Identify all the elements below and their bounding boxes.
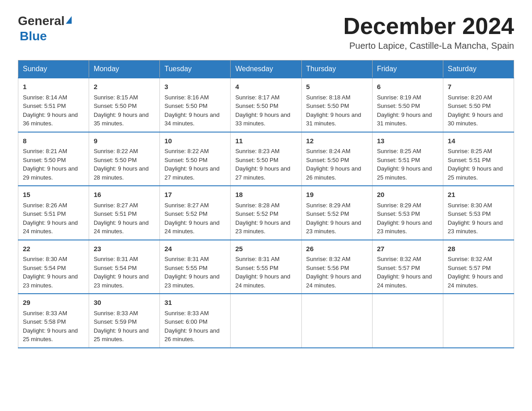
day-sunrise: Sunrise: 8:28 AMSunset: 5:52 PMDaylight:… [235, 202, 290, 235]
calendar-cell: 9 Sunrise: 8:22 AMSunset: 5:50 PMDayligh… [89, 132, 160, 186]
day-number: 12 [306, 136, 368, 146]
day-sunrise: Sunrise: 8:22 AMSunset: 5:50 PMDaylight:… [164, 148, 219, 181]
day-sunrise: Sunrise: 8:21 AMSunset: 5:50 PMDaylight:… [23, 148, 78, 181]
header-saturday: Saturday [443, 60, 514, 78]
calendar-cell: 5 Sunrise: 8:18 AMSunset: 5:50 PMDayligh… [301, 78, 372, 132]
day-number: 13 [377, 136, 438, 146]
month-title: December 2024 [343, 13, 514, 39]
day-sunrise: Sunrise: 8:30 AMSunset: 5:53 PMDaylight:… [448, 202, 503, 235]
day-number: 28 [448, 244, 509, 254]
day-sunrise: Sunrise: 8:14 AMSunset: 5:51 PMDaylight:… [23, 94, 78, 127]
header-monday: Monday [89, 60, 160, 78]
calendar-cell: 10 Sunrise: 8:22 AMSunset: 5:50 PMDaylig… [160, 132, 231, 186]
day-sunrise: Sunrise: 8:19 AMSunset: 5:50 PMDaylight:… [377, 94, 432, 127]
location-text: Puerto Lapice, Castille-La Mancha, Spain [343, 41, 514, 51]
day-sunrise: Sunrise: 8:17 AMSunset: 5:50 PMDaylight:… [235, 94, 290, 127]
calendar-cell: 4 Sunrise: 8:17 AMSunset: 5:50 PMDayligh… [231, 78, 301, 132]
day-number: 21 [448, 190, 509, 200]
day-sunrise: Sunrise: 8:25 AMSunset: 5:51 PMDaylight:… [377, 148, 432, 181]
calendar-cell: 28 Sunrise: 8:32 AMSunset: 5:57 PMDaylig… [443, 240, 514, 294]
calendar-week-2: 8 Sunrise: 8:21 AMSunset: 5:50 PMDayligh… [18, 132, 514, 186]
calendar-week-1: 1 Sunrise: 8:14 AMSunset: 5:51 PMDayligh… [18, 78, 514, 132]
day-sunrise: Sunrise: 8:31 AMSunset: 5:55 PMDaylight:… [164, 256, 219, 289]
calendar-cell: 16 Sunrise: 8:27 AMSunset: 5:51 PMDaylig… [89, 186, 160, 240]
day-number: 25 [235, 244, 296, 254]
logo: General Blue [18, 13, 72, 43]
day-sunrise: Sunrise: 8:27 AMSunset: 5:52 PMDaylight:… [164, 202, 219, 235]
day-sunrise: Sunrise: 8:33 AMSunset: 5:59 PMDaylight:… [94, 310, 149, 343]
calendar-cell: 8 Sunrise: 8:21 AMSunset: 5:50 PMDayligh… [18, 132, 89, 186]
day-number: 4 [235, 82, 296, 92]
day-number: 18 [235, 190, 296, 200]
calendar-cell: 2 Sunrise: 8:15 AMSunset: 5:50 PMDayligh… [89, 78, 160, 132]
day-sunrise: Sunrise: 8:24 AMSunset: 5:50 PMDaylight:… [306, 148, 361, 181]
day-sunrise: Sunrise: 8:33 AMSunset: 6:00 PMDaylight:… [164, 310, 219, 343]
calendar-table: Sunday Monday Tuesday Wednesday Thursday… [18, 60, 514, 348]
day-sunrise: Sunrise: 8:18 AMSunset: 5:50 PMDaylight:… [306, 94, 361, 127]
calendar-cell: 12 Sunrise: 8:24 AMSunset: 5:50 PMDaylig… [301, 132, 372, 186]
day-sunrise: Sunrise: 8:23 AMSunset: 5:50 PMDaylight:… [235, 148, 290, 181]
day-sunrise: Sunrise: 8:16 AMSunset: 5:50 PMDaylight:… [164, 94, 219, 127]
calendar-week-5: 29 Sunrise: 8:33 AMSunset: 5:58 PMDaylig… [18, 294, 514, 348]
day-sunrise: Sunrise: 8:25 AMSunset: 5:51 PMDaylight:… [448, 148, 503, 181]
day-number: 11 [235, 136, 296, 146]
day-number: 2 [94, 82, 155, 92]
calendar-cell: 25 Sunrise: 8:31 AMSunset: 5:55 PMDaylig… [231, 240, 301, 294]
calendar-cell: 26 Sunrise: 8:32 AMSunset: 5:56 PMDaylig… [301, 240, 372, 294]
title-area: December 2024 Puerto Lapice, Castille-La… [343, 13, 514, 51]
header-sunday: Sunday [18, 60, 89, 78]
day-number: 9 [94, 136, 155, 146]
day-sunrise: Sunrise: 8:31 AMSunset: 5:55 PMDaylight:… [235, 256, 290, 289]
calendar-cell [231, 294, 301, 348]
day-number: 10 [164, 136, 226, 146]
logo-blue-text: Blue [20, 29, 47, 43]
day-number: 19 [306, 190, 368, 200]
day-number: 16 [94, 190, 155, 200]
calendar-cell: 20 Sunrise: 8:29 AMSunset: 5:53 PMDaylig… [372, 186, 443, 240]
day-sunrise: Sunrise: 8:30 AMSunset: 5:54 PMDaylight:… [23, 256, 78, 289]
day-sunrise: Sunrise: 8:27 AMSunset: 5:51 PMDaylight:… [94, 202, 149, 235]
day-sunrise: Sunrise: 8:31 AMSunset: 5:54 PMDaylight:… [94, 256, 149, 289]
day-number: 31 [164, 298, 226, 308]
header-wednesday: Wednesday [231, 60, 301, 78]
calendar-week-3: 15 Sunrise: 8:26 AMSunset: 5:51 PMDaylig… [18, 186, 514, 240]
day-sunrise: Sunrise: 8:29 AMSunset: 5:53 PMDaylight:… [377, 202, 432, 235]
day-sunrise: Sunrise: 8:20 AMSunset: 5:50 PMDaylight:… [448, 94, 503, 127]
logo-general-text: General [18, 14, 64, 28]
day-sunrise: Sunrise: 8:33 AMSunset: 5:58 PMDaylight:… [23, 310, 78, 343]
calendar-cell [443, 294, 514, 348]
calendar-header-row: Sunday Monday Tuesday Wednesday Thursday… [18, 60, 514, 78]
day-number: 7 [448, 82, 509, 92]
calendar-cell: 22 Sunrise: 8:30 AMSunset: 5:54 PMDaylig… [18, 240, 89, 294]
calendar-cell: 30 Sunrise: 8:33 AMSunset: 5:59 PMDaylig… [89, 294, 160, 348]
calendar-cell: 6 Sunrise: 8:19 AMSunset: 5:50 PMDayligh… [372, 78, 443, 132]
calendar-week-4: 22 Sunrise: 8:30 AMSunset: 5:54 PMDaylig… [18, 240, 514, 294]
calendar-cell: 17 Sunrise: 8:27 AMSunset: 5:52 PMDaylig… [160, 186, 231, 240]
calendar-cell: 29 Sunrise: 8:33 AMSunset: 5:58 PMDaylig… [18, 294, 89, 348]
header-thursday: Thursday [301, 60, 372, 78]
day-number: 3 [164, 82, 226, 92]
day-number: 1 [23, 82, 84, 92]
day-sunrise: Sunrise: 8:15 AMSunset: 5:50 PMDaylight:… [94, 94, 149, 127]
calendar-cell: 18 Sunrise: 8:28 AMSunset: 5:52 PMDaylig… [231, 186, 301, 240]
calendar-cell [301, 294, 372, 348]
calendar-cell: 24 Sunrise: 8:31 AMSunset: 5:55 PMDaylig… [160, 240, 231, 294]
day-sunrise: Sunrise: 8:32 AMSunset: 5:57 PMDaylight:… [377, 256, 432, 289]
day-number: 29 [23, 298, 84, 308]
calendar-cell: 21 Sunrise: 8:30 AMSunset: 5:53 PMDaylig… [443, 186, 514, 240]
page-header: General Blue December 2024 Puerto Lapice… [18, 13, 514, 51]
header-friday: Friday [372, 60, 443, 78]
calendar-cell: 27 Sunrise: 8:32 AMSunset: 5:57 PMDaylig… [372, 240, 443, 294]
calendar-cell [372, 294, 443, 348]
day-number: 15 [23, 190, 84, 200]
logo-triangle-icon [66, 16, 72, 24]
calendar-cell: 3 Sunrise: 8:16 AMSunset: 5:50 PMDayligh… [160, 78, 231, 132]
day-number: 14 [448, 136, 509, 146]
day-sunrise: Sunrise: 8:22 AMSunset: 5:50 PMDaylight:… [94, 148, 149, 181]
day-number: 20 [377, 190, 438, 200]
day-number: 23 [94, 244, 155, 254]
day-number: 6 [377, 82, 438, 92]
day-number: 24 [164, 244, 226, 254]
day-number: 5 [306, 82, 368, 92]
day-sunrise: Sunrise: 8:32 AMSunset: 5:57 PMDaylight:… [448, 256, 503, 289]
